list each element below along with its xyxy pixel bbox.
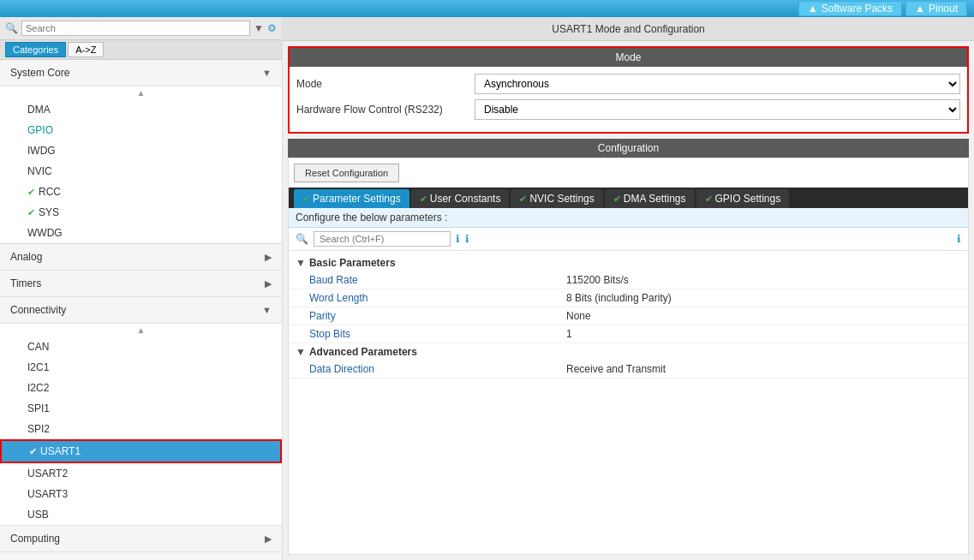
sidebar-search-input[interactable] [21, 21, 250, 36]
chevron-right-icon-computing: ▶ [265, 533, 272, 545]
sidebar-item-iwdg[interactable]: IWDG [0, 140, 282, 161]
mode-body: Mode Asynchronous Synchronous Single Wir… [290, 67, 967, 132]
tab-user-constants[interactable]: ✔ User Constants [411, 189, 510, 208]
section-connectivity[interactable]: Connectivity ▼ [0, 297, 282, 324]
chevron-right-icon-timers: ▶ [265, 278, 272, 289]
search-icon-config: 🔍 [296, 233, 308, 245]
sidebar: 🔍 ▼ ⚙ Categories A->Z System Core ▼ ▲ DM… [0, 17, 283, 560]
info-icon-left[interactable]: ℹ [456, 233, 460, 245]
software-packs-button[interactable]: ▲ Software Packs [798, 1, 902, 16]
param-row-baud-rate: Baud Rate 115200 Bits/s [289, 271, 968, 289]
chevron-down-icon: ▼ [262, 68, 272, 78]
sidebar-item-can[interactable]: CAN [0, 337, 282, 357]
param-row-data-direction: Data Direction Receive and Transmit [289, 360, 968, 378]
config-search-input[interactable] [314, 231, 451, 247]
sidebar-search-bar: 🔍 ▼ ⚙ [0, 17, 282, 40]
section-analog[interactable]: Analog ▶ [0, 244, 282, 271]
check-icon-sys: ✔ [27, 207, 35, 218]
sidebar-item-i2c2[interactable]: I2C2 [0, 378, 282, 398]
sidebar-item-i2c1[interactable]: I2C1 [0, 357, 282, 378]
config-section: Configuration Reset Configuration ✔ Para… [288, 139, 969, 555]
main-layout: 🔍 ▼ ⚙ Categories A->Z System Core ▼ ▲ DM… [0, 17, 974, 560]
sidebar-item-usart3[interactable]: USART3 [0, 484, 282, 504]
dropdown-arrow-icon: ▼ [254, 22, 264, 34]
sidebar-tabs: Categories A->Z [0, 40, 282, 60]
sidebar-item-usart2[interactable]: USART2 [0, 463, 282, 484]
chevron-down-icon-connectivity: ▼ [262, 305, 272, 315]
section-timers[interactable]: Timers ▶ [0, 271, 282, 297]
scroll-up-indicator: ▲ [0, 86, 282, 99]
section-system-core[interactable]: System Core ▼ [0, 60, 282, 86]
check-icon-usart1: ✔ [29, 446, 37, 457]
param-row-stop-bits: Stop Bits 1 [289, 325, 968, 343]
chevron-up-icon: ▲ [915, 3, 925, 15]
sidebar-item-dma[interactable]: DMA [0, 99, 282, 120]
check-icon-nvic: ✔ [519, 194, 527, 205]
sidebar-content: System Core ▼ ▲ DMA GPIO IWDG NVIC ✔ [0, 60, 282, 560]
collapse-icon-basic: ▼ [296, 257, 306, 269]
pinout-button[interactable]: ▲ Pinout [905, 1, 967, 16]
check-icon-dma: ✔ [613, 194, 621, 205]
mode-row-flow-control: Hardware Flow Control (RS232) Disable CT… [296, 99, 960, 120]
section-computing[interactable]: Computing ▶ [0, 526, 282, 552]
config-header: Configuration [288, 139, 969, 158]
content-title: USART1 Mode and Configuration [283, 17, 974, 41]
config-search-bar: 🔍 ℹ ℹ ℹ [289, 228, 968, 251]
config-tabs: ✔ Parameter Settings ✔ User Constants ✔ … [289, 188, 968, 208]
sidebar-item-nvic[interactable]: NVIC [0, 161, 282, 182]
reset-config-button[interactable]: Reset Configuration [294, 164, 399, 182]
info-icon-far[interactable]: ℹ [957, 233, 961, 245]
content-area: USART1 Mode and Configuration Mode Mode … [283, 17, 974, 560]
top-bar: ▲ Software Packs ▲ Pinout [0, 0, 974, 17]
sidebar-item-sys[interactable]: ✔ SYS [0, 202, 282, 223]
chevron-right-icon-analog: ▶ [265, 252, 272, 263]
sidebar-item-spi1[interactable]: SPI1 [0, 398, 282, 419]
sidebar-item-usb[interactable]: USB [0, 504, 282, 525]
check-icon-rcc: ✔ [27, 187, 35, 198]
collapse-icon-advanced: ▼ [296, 346, 306, 358]
sidebar-item-rcc[interactable]: ✔ RCC [0, 182, 282, 202]
param-row-parity: Parity None [289, 307, 968, 325]
chevron-up-icon: ▲ [808, 3, 818, 15]
search-icon: 🔍 [5, 22, 18, 34]
mode-select-flow-control[interactable]: Disable CTS Only RTS Only CTS/RTS [475, 99, 960, 120]
config-body: Reset Configuration ✔ Parameter Settings… [288, 158, 969, 555]
tab-dma-settings[interactable]: ✔ DMA Settings [605, 189, 695, 208]
tab-gpio-settings[interactable]: ✔ GPIO Settings [696, 189, 790, 208]
sidebar-item-wwdg[interactable]: WWDG [0, 223, 282, 243]
mode-select-mode[interactable]: Asynchronous Synchronous Single Wire (Ha… [475, 74, 960, 94]
params-content: ▼ Basic Parameters Baud Rate 115200 Bits… [289, 251, 968, 554]
sidebar-item-usart1[interactable]: ✔ USART1 [0, 439, 282, 463]
info-icon-right[interactable]: ℹ [465, 233, 469, 245]
tab-nvic-settings[interactable]: ✔ NVIC Settings [511, 189, 602, 208]
param-group-advanced[interactable]: ▼ Advanced Parameters [289, 343, 968, 360]
param-group-basic[interactable]: ▼ Basic Parameters [289, 254, 968, 271]
tab-categories[interactable]: Categories [5, 42, 66, 57]
mode-header: Mode [290, 48, 967, 67]
settings-icon[interactable]: ⚙ [267, 22, 277, 34]
mode-row-mode: Mode Asynchronous Synchronous Single Wir… [296, 74, 960, 94]
scroll-up-indicator-connectivity: ▲ [0, 324, 282, 337]
system-core-items: ▲ DMA GPIO IWDG NVIC ✔ RCC ✔ [0, 86, 282, 244]
sidebar-item-gpio[interactable]: GPIO [0, 120, 282, 140]
mode-section: Mode Mode Asynchronous Synchronous Singl… [288, 46, 969, 134]
check-icon-gpio: ✔ [705, 194, 713, 205]
check-icon-param: ✔ [302, 194, 310, 205]
check-icon-user: ✔ [420, 194, 427, 205]
sidebar-item-spi2[interactable]: SPI2 [0, 419, 282, 439]
config-info-bar: Configure the below parameters : [289, 208, 968, 228]
param-row-word-length: Word Length 8 Bits (including Parity) [289, 289, 968, 307]
tab-az[interactable]: A->Z [68, 42, 104, 57]
connectivity-items: ▲ CAN I2C1 I2C2 SPI1 SPI2 ✔ USA [0, 324, 282, 526]
tab-parameter-settings[interactable]: ✔ Parameter Settings [294, 189, 409, 208]
